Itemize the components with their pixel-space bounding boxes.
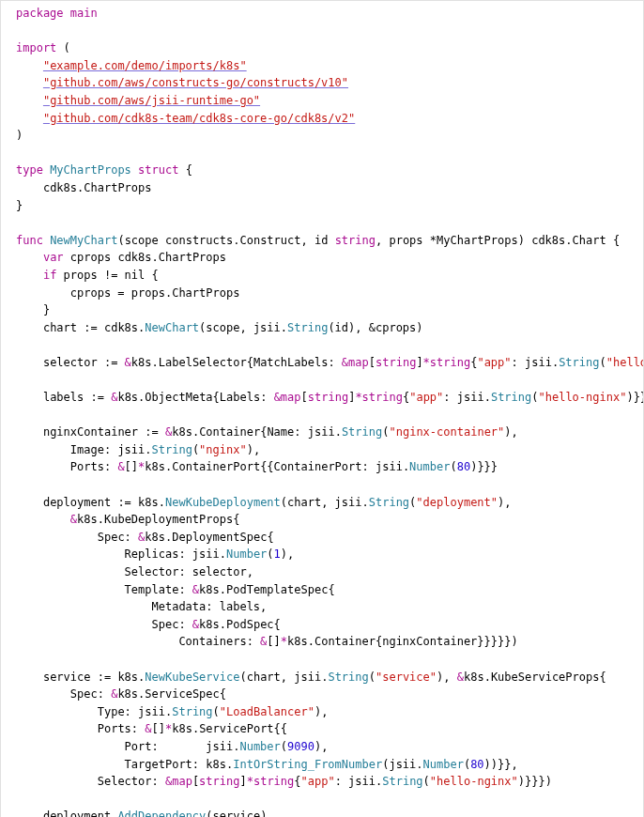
pkg-jsii-7: jsii bbox=[335, 496, 362, 509]
kw-func: func bbox=[16, 234, 43, 247]
pkg-jsii-11: jsii bbox=[206, 740, 233, 753]
field-Type: Type bbox=[98, 705, 125, 718]
field-Labels: Labels bbox=[220, 391, 260, 404]
var-deployment-2: deployment bbox=[43, 809, 111, 817]
kw-string-2: string bbox=[308, 391, 348, 404]
kw-star-string-3: *string bbox=[247, 775, 295, 788]
var-deployment: deployment bbox=[43, 496, 111, 509]
str-app-3: "app" bbox=[301, 775, 335, 788]
import-path-2: "github.com/aws/constructs-go/constructs… bbox=[43, 76, 348, 89]
type-name: MyChartProps bbox=[50, 163, 131, 177]
var-labels: labels bbox=[43, 391, 84, 404]
import-path-1: "example.com/demo/imports/k8s" bbox=[43, 59, 247, 72]
kw-type: type bbox=[16, 163, 43, 177]
ret-type: cdk8s.Chart bbox=[531, 234, 606, 247]
field-Name: Name bbox=[267, 425, 294, 439]
str-deployment: "deployment" bbox=[416, 496, 498, 509]
field-Selector-2: Selector bbox=[98, 775, 152, 788]
field-Port: Port bbox=[125, 740, 152, 753]
num-80-2: 80 bbox=[470, 758, 483, 771]
import-path-3: "github.com/aws/jsii-runtime-go" bbox=[43, 94, 260, 107]
type-KubeServiceProps: KubeServiceProps bbox=[491, 671, 600, 684]
type-DeploymentSpec: DeploymentSpec bbox=[172, 531, 267, 544]
var-cprops-type: cdk8s.ChartProps bbox=[117, 251, 226, 264]
num-1: 1 bbox=[274, 547, 281, 561]
pkg-jsii-12: jsii bbox=[389, 758, 416, 771]
call-String-3: String bbox=[491, 391, 531, 404]
param-scope: scope bbox=[125, 234, 159, 247]
var-selector: selector bbox=[43, 356, 98, 369]
import-path-4: "github.com/cdk8s-team/cdk8s-core-go/cdk… bbox=[43, 112, 355, 125]
field-MatchLabels: MatchLabels bbox=[253, 356, 328, 369]
amp-cprops: &cprops bbox=[369, 321, 417, 334]
var-service-2: service bbox=[213, 809, 261, 817]
pkg-k8s-9: k8s bbox=[199, 618, 220, 631]
str-nginx: "nginx" bbox=[199, 443, 247, 456]
call-Number: Number bbox=[409, 460, 450, 473]
pkg-jsii-8: jsii bbox=[192, 547, 220, 561]
field-Spec-2: Spec bbox=[152, 618, 179, 631]
num-80: 80 bbox=[457, 460, 470, 473]
field-Selector: Selector bbox=[125, 565, 179, 578]
type-ContainerPort: ContainerPort bbox=[172, 460, 260, 473]
call-Number-3: Number bbox=[239, 740, 280, 753]
var-nginxContainer: nginxContainer bbox=[43, 425, 138, 439]
num-9090: 9090 bbox=[287, 740, 314, 753]
str-app-1: "app" bbox=[477, 356, 511, 369]
param-id: id bbox=[314, 234, 328, 247]
type-ServicePort: ServicePort bbox=[199, 722, 273, 735]
call-String-7: String bbox=[328, 671, 368, 684]
pkg-k8s-7: k8s bbox=[145, 531, 165, 544]
pkg-jsii-6: jsii bbox=[376, 460, 403, 473]
field-TargetPort: TargetPort bbox=[125, 758, 192, 771]
call-NewChart: NewChart bbox=[145, 321, 199, 334]
kw-string-3: string bbox=[199, 775, 239, 788]
type-PodTemplateSpec: PodTemplateSpec bbox=[226, 583, 328, 596]
param-scope-type: constructs.Construct bbox=[165, 234, 301, 247]
kw-if: if bbox=[43, 269, 56, 282]
kw-import: import bbox=[16, 41, 56, 54]
str-LoadBalancer: "LoadBalancer" bbox=[220, 705, 314, 718]
call-String-4: String bbox=[342, 425, 382, 439]
call-NewKubeDeployment: NewKubeDeployment bbox=[165, 496, 281, 509]
field-Template: Template bbox=[125, 583, 179, 596]
kw-var: var bbox=[43, 251, 64, 264]
call-NewKubeService: NewKubeService bbox=[145, 671, 239, 684]
field-Metadata: Metadata bbox=[152, 600, 207, 613]
pkg-jsii-10: jsii bbox=[138, 705, 165, 718]
pkg-cdk8s: cdk8s bbox=[104, 321, 138, 334]
field-Containers: Containers bbox=[178, 635, 246, 648]
kw-struct: struct bbox=[138, 163, 178, 177]
pkg-jsii: jsii bbox=[253, 321, 281, 334]
str-hello-nginx-3: "hello-nginx" bbox=[430, 775, 518, 788]
pkg-k8s: k8s bbox=[131, 356, 152, 369]
call-String: String bbox=[287, 321, 328, 334]
field-Replicas: Replicas bbox=[125, 547, 179, 561]
code-pre: package main import ( "example.com/demo/… bbox=[1, 5, 643, 817]
pkg-k8s-6: k8s bbox=[77, 513, 98, 526]
kw-star-string-1: *string bbox=[423, 356, 471, 369]
str-hello-nginx-2: "hello-nginx" bbox=[539, 391, 627, 404]
pkg-k8s-8: k8s bbox=[199, 583, 220, 596]
pkg-jsii-9: jsii bbox=[294, 671, 321, 684]
call-String-9: String bbox=[382, 775, 422, 788]
pkg-k8s-14: k8s bbox=[172, 722, 192, 735]
var-service: service bbox=[43, 671, 91, 684]
kw-string-1: string bbox=[376, 356, 416, 369]
kw-map-2: map bbox=[281, 391, 301, 404]
call-AddDependency: AddDependency bbox=[117, 809, 206, 817]
var-cprops: cprops bbox=[70, 251, 111, 264]
pkg-k8s-13: k8s bbox=[117, 687, 138, 701]
pkg-k8s-11: k8s bbox=[117, 671, 138, 684]
kw-map-3: map bbox=[172, 775, 192, 788]
type-PodSpec: PodSpec bbox=[226, 618, 274, 631]
str-service: "service" bbox=[376, 671, 437, 684]
field-Spec: Spec bbox=[98, 531, 125, 544]
pkg-k8s-2: k8s bbox=[117, 391, 138, 404]
str-hello-nginx-1: "hello-nginx" bbox=[606, 356, 643, 369]
pkg-jsii-5: jsii bbox=[117, 443, 145, 456]
pkg-jsii-2: jsii bbox=[525, 356, 552, 369]
call-String-2: String bbox=[559, 356, 599, 369]
kw-star-string-2: *string bbox=[355, 391, 403, 404]
type-ObjectMeta: ObjectMeta bbox=[145, 391, 212, 404]
